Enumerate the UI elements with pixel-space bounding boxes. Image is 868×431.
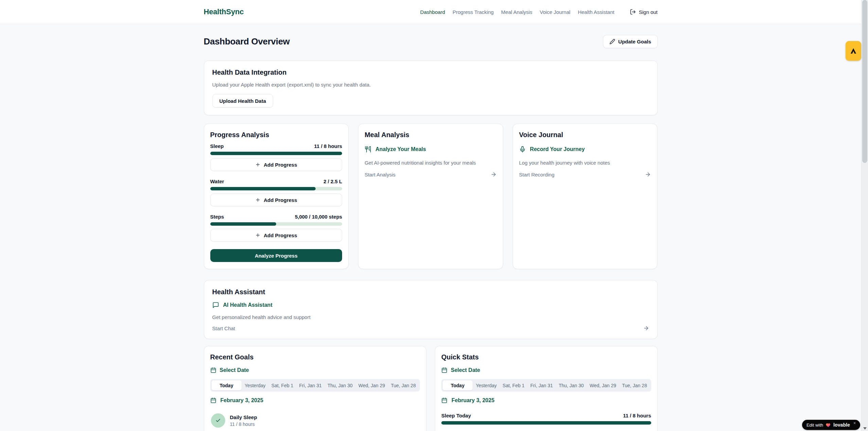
sleep-progress-bar	[210, 152, 342, 155]
recent-goals-title: Recent Goals	[210, 353, 420, 361]
health-data-integration-card: Health Data Integration Upload your Appl…	[204, 60, 658, 115]
pencil-icon	[609, 39, 615, 44]
update-goals-button[interactable]: Update Goals	[603, 35, 658, 48]
calendar-icon	[441, 397, 447, 404]
start-chat-action[interactable]: Start Chat	[212, 325, 649, 331]
start-analysis-action[interactable]: Start Analysis	[365, 171, 497, 177]
arrow-right-icon	[643, 325, 649, 331]
health-assistant-card: Health Assistant AI Health Assistant Get…	[204, 280, 658, 339]
lovable-prefix: Edit with	[807, 423, 823, 428]
page-scrollbar[interactable]	[861, 0, 868, 431]
lovable-close-button[interactable]: ×	[853, 421, 856, 426]
scrollbar-thumb[interactable]	[862, 0, 867, 163]
goals-tab-thu-jan-30[interactable]: Thu, Jan 30	[325, 383, 355, 388]
recent-goals-card: Recent Goals Select Date Today Yesterday…	[204, 346, 427, 431]
browser-extension-tab-button[interactable]	[846, 41, 861, 61]
sign-out-label: Sign out	[639, 9, 657, 15]
quick-stats-card: Quick Stats Select Date Today Yesterday …	[435, 346, 658, 431]
metric-label-water: Water	[210, 179, 224, 185]
arrow-right-icon	[491, 171, 497, 177]
goals-tab-fri-jan-31[interactable]: Fri, Jan 31	[297, 383, 324, 388]
metric-label-sleep: Sleep	[210, 143, 224, 149]
water-progress-bar	[210, 187, 342, 190]
metric-value-steps: 5,000 / 10,000 steps	[295, 214, 342, 220]
stats-tab-wed-jan-29[interactable]: Wed, Jan 29	[587, 383, 619, 388]
goals-select-date[interactable]: Select Date	[210, 366, 420, 374]
progress-analysis-card: Progress Analysis Sleep 11 / 8 hours Add…	[204, 124, 349, 269]
stats-tab-yesterday[interactable]: Yesterday	[473, 383, 499, 388]
calendar-icon	[210, 397, 216, 404]
top-navigation-bar: HealthSync Dashboard Progress Tracking M…	[0, 0, 861, 24]
goals-tab-tue-jan-28[interactable]: Tue, Jan 28	[388, 383, 419, 388]
voice-journal-card: Voice Journal Record Your Journey Log yo…	[513, 124, 658, 269]
nav-health-assistant[interactable]: Health Assistant	[578, 9, 615, 15]
dashboard-page: Dashboard Overview Update Goals Health D…	[204, 24, 658, 431]
chat-bubble-icon	[212, 302, 219, 308]
meal-analysis-card: Meal Analysis Analyze Your Meals Get AI-…	[358, 124, 503, 269]
goal-complete-check-icon	[211, 413, 225, 428]
goals-selected-date: February 3, 2025	[210, 396, 420, 405]
stats-metric-label: Sleep Today	[441, 413, 471, 419]
stats-tab-thu-jan-30[interactable]: Thu, Jan 30	[556, 383, 586, 388]
app-logo[interactable]: HealthSync	[204, 7, 244, 16]
stats-tab-today[interactable]: Today	[443, 380, 473, 390]
goals-tab-today[interactable]: Today	[212, 380, 242, 390]
meal-title: Meal Analysis	[365, 131, 497, 139]
assistant-title: Health Assistant	[212, 288, 649, 296]
goals-tab-wed-jan-29[interactable]: Wed, Jan 29	[356, 383, 388, 388]
add-progress-sleep-button[interactable]: Add Progress	[210, 158, 342, 171]
stats-metric-value: 11 / 8 hours	[623, 413, 651, 419]
start-recording-action[interactable]: Start Recording	[519, 171, 651, 177]
stats-tab-tue-jan-28[interactable]: Tue, Jan 28	[619, 383, 650, 388]
add-progress-water-button[interactable]: Add Progress	[210, 193, 342, 206]
integration-title: Health Data Integration	[212, 68, 649, 77]
integration-description: Upload your Apple Health export (export.…	[212, 81, 649, 88]
goals-date-tabs: Today Yesterday Sat, Feb 1 Fri, Jan 31 T…	[210, 379, 420, 392]
microphone-icon	[519, 146, 526, 153]
stats-tab-fri-jan-31[interactable]: Fri, Jan 31	[528, 383, 555, 388]
progress-title: Progress Analysis	[210, 131, 342, 139]
sign-out-button[interactable]: Sign out	[630, 9, 657, 15]
plus-icon	[255, 162, 261, 167]
calendar-icon	[210, 367, 216, 373]
metric-value-sleep: 11 / 8 hours	[314, 143, 342, 149]
nav-voice-journal[interactable]: Voice Journal	[540, 9, 570, 15]
utensils-icon	[365, 146, 371, 153]
arrow-right-icon	[645, 171, 651, 177]
stats-tab-sat-feb-1[interactable]: Sat, Feb 1	[500, 383, 527, 388]
nav-progress-tracking[interactable]: Progress Tracking	[453, 9, 494, 15]
metric-value-water: 2 / 2.5 L	[323, 179, 342, 185]
quick-stats-title: Quick Stats	[441, 353, 651, 361]
tent-logo-icon	[849, 47, 857, 55]
main-nav: Dashboard Progress Tracking Meal Analysi…	[420, 9, 658, 15]
record-your-journey-link[interactable]: Record Your Journey	[519, 145, 651, 153]
gradient-heart-icon	[826, 423, 831, 428]
assistant-description: Get personalized health advice and suppo…	[212, 314, 649, 320]
steps-progress-bar	[210, 222, 342, 226]
goals-tab-yesterday[interactable]: Yesterday	[242, 383, 268, 388]
edit-with-lovable-badge[interactable]: Edit with lovable ×	[802, 420, 860, 430]
calendar-icon	[441, 367, 447, 373]
log-out-icon	[630, 9, 636, 15]
metric-label-steps: Steps	[210, 214, 224, 220]
plus-icon	[255, 197, 261, 203]
analyze-progress-button[interactable]: Analyze Progress	[210, 249, 342, 262]
voice-description: Log your health journey with voice notes	[519, 160, 651, 166]
analyze-your-meals-link[interactable]: Analyze Your Meals	[365, 145, 497, 153]
page-title: Dashboard Overview	[204, 36, 290, 47]
ai-health-assistant-link[interactable]: AI Health Assistant	[212, 301, 649, 309]
goal-name: Daily Sleep	[230, 414, 257, 420]
goal-list-item: Daily Sleep 11 / 8 hours	[210, 413, 420, 428]
nav-meal-analysis[interactable]: Meal Analysis	[501, 9, 532, 15]
stats-date-tabs: Today Yesterday Sat, Feb 1 Fri, Jan 31 T…	[441, 379, 651, 392]
plus-icon	[255, 232, 261, 238]
add-progress-steps-button[interactable]: Add Progress	[210, 229, 342, 242]
nav-dashboard[interactable]: Dashboard	[420, 9, 445, 15]
goals-tab-sat-feb-1[interactable]: Sat, Feb 1	[269, 383, 296, 388]
goal-value: 11 / 8 hours	[230, 421, 257, 427]
upload-health-data-button[interactable]: Upload Health Data	[212, 94, 273, 108]
lovable-brand: lovable	[833, 422, 850, 428]
meal-description: Get AI-powered nutritional insights for …	[365, 160, 497, 166]
stats-select-date[interactable]: Select Date	[441, 366, 651, 374]
scrollbar-down-arrow[interactable]	[863, 427, 867, 430]
